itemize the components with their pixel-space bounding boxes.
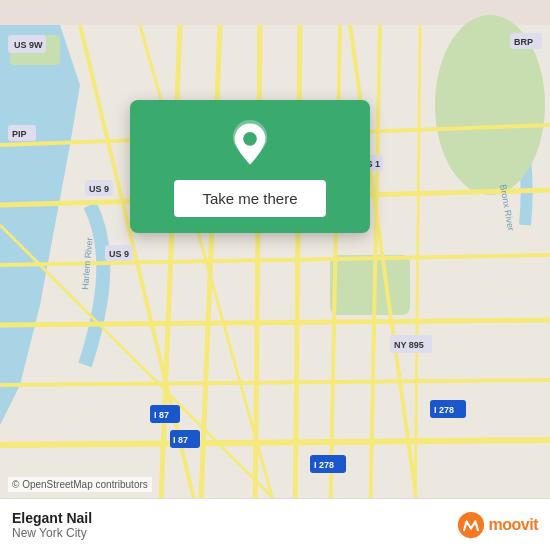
moovit-logo[interactable]: moovit bbox=[457, 511, 538, 539]
svg-text:PIP: PIP bbox=[12, 129, 27, 139]
location-city: New York City bbox=[12, 526, 92, 540]
bottom-bar: Elegant Nail New York City moovit bbox=[0, 498, 550, 550]
map-background: US 9W PIP US 9 US 9 US 1 BRP I 87 I 87 N… bbox=[0, 0, 550, 550]
map-container: US 9W PIP US 9 US 9 US 1 BRP I 87 I 87 N… bbox=[0, 0, 550, 550]
svg-text:US 9W: US 9W bbox=[14, 40, 43, 50]
svg-text:US 9: US 9 bbox=[89, 184, 109, 194]
svg-text:BRP: BRP bbox=[514, 37, 533, 47]
svg-text:US 9: US 9 bbox=[109, 249, 129, 259]
svg-text:I 87: I 87 bbox=[154, 410, 169, 420]
svg-text:I 278: I 278 bbox=[434, 405, 454, 415]
location-info: Elegant Nail New York City bbox=[12, 510, 92, 540]
moovit-text: moovit bbox=[489, 516, 538, 534]
copyright-text: © OpenStreetMap contributors bbox=[8, 477, 152, 492]
svg-point-47 bbox=[243, 132, 257, 146]
svg-text:I 87: I 87 bbox=[173, 435, 188, 445]
moovit-icon bbox=[457, 511, 485, 539]
svg-point-48 bbox=[457, 511, 483, 537]
svg-text:NY 895: NY 895 bbox=[394, 340, 424, 350]
svg-rect-3 bbox=[330, 255, 410, 315]
location-name: Elegant Nail bbox=[12, 510, 92, 526]
take-me-there-button[interactable]: Take me there bbox=[174, 180, 325, 217]
svg-text:I 278: I 278 bbox=[314, 460, 334, 470]
location-pin-icon bbox=[226, 120, 274, 168]
popup-card: Take me there bbox=[130, 100, 370, 233]
